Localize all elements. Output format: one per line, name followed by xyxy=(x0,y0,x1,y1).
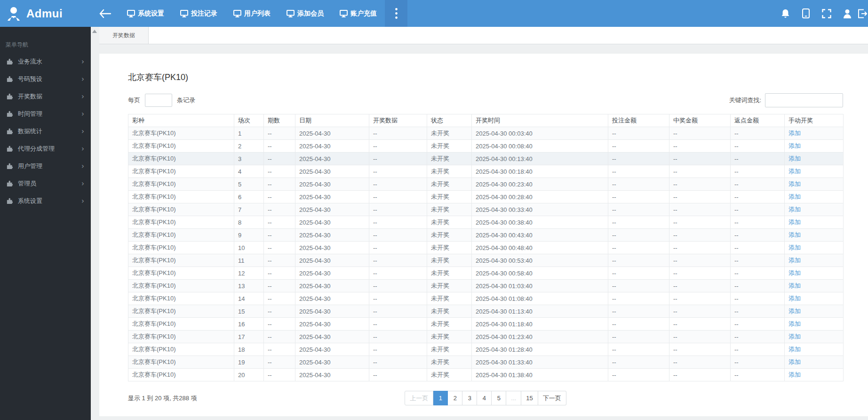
cell-lottery: 北京赛车(PK10) xyxy=(128,127,234,140)
pagination-next-button[interactable]: 下一页 xyxy=(538,391,566,405)
logout-button[interactable] xyxy=(858,0,868,27)
add-draw-link[interactable]: 添加 xyxy=(788,282,801,289)
cell-draw-time: 2025-04-30 01:03:40 xyxy=(472,280,608,292)
sidebar-item-label: 数据统计 xyxy=(18,127,81,136)
tab-bar: 开奖数据 xyxy=(99,27,868,44)
sidebar-item-9[interactable]: 系统设置› xyxy=(0,192,91,210)
cell-status: 未开奖 xyxy=(427,331,472,343)
cell-lottery: 北京赛车(PK10) xyxy=(128,203,234,216)
cell-date: 2025-04-30 xyxy=(295,305,369,318)
cell-draw-time: 2025-04-30 00:03:40 xyxy=(472,127,608,140)
add-draw-link[interactable]: 添加 xyxy=(788,295,801,302)
cell-win-amount: -- xyxy=(669,254,731,267)
nav-item-2[interactable]: 投注记录 xyxy=(172,0,225,27)
cell-status: 未开奖 xyxy=(427,127,472,140)
add-draw-link[interactable]: 添加 xyxy=(788,180,801,187)
add-draw-link[interactable]: 添加 xyxy=(788,231,801,238)
cell-bet-amount: -- xyxy=(608,280,669,292)
arrow-left-icon xyxy=(99,9,111,18)
add-draw-link[interactable]: 添加 xyxy=(788,168,801,175)
profile-button[interactable] xyxy=(837,0,858,27)
cell-win-amount: -- xyxy=(669,153,731,165)
table-row: 北京赛车(PK10)2--2025-04-30--未开奖2025-04-30 0… xyxy=(128,140,844,153)
cell-lottery: 北京赛车(PK10) xyxy=(128,229,234,242)
sidebar-item-1[interactable]: 业务流水› xyxy=(0,53,91,70)
add-draw-link[interactable]: 添加 xyxy=(788,333,801,340)
add-draw-link[interactable]: 添加 xyxy=(788,371,801,378)
sidebar-item-4[interactable]: 时间管理› xyxy=(0,105,91,122)
tablet-icon xyxy=(802,8,810,18)
keyword-search-input[interactable] xyxy=(765,93,843,107)
add-draw-link[interactable]: 添加 xyxy=(788,193,801,200)
add-draw-link[interactable]: 添加 xyxy=(788,244,801,251)
nav-item-1[interactable]: 系统设置 xyxy=(119,0,172,27)
collapse-triangle-icon[interactable] xyxy=(92,30,97,33)
add-draw-link[interactable]: 添加 xyxy=(788,358,801,365)
sidebar-item-5[interactable]: 数据统计› xyxy=(0,122,91,140)
pagination-ellipsis[interactable]: ... xyxy=(506,391,521,405)
sidebar-item-7[interactable]: 用户管理› xyxy=(0,157,91,175)
user-icon xyxy=(843,9,852,18)
content-gap xyxy=(99,44,868,54)
cell-action: 添加 xyxy=(785,229,844,242)
tab-draw-data[interactable]: 开奖数据 xyxy=(99,27,149,44)
add-draw-link[interactable]: 添加 xyxy=(788,307,801,315)
add-draw-link[interactable]: 添加 xyxy=(788,129,801,137)
cell-date: 2025-04-30 xyxy=(295,369,369,381)
cell-session: 1 xyxy=(234,127,264,140)
pagination-page-15[interactable]: 15 xyxy=(521,391,538,405)
cell-date: 2025-04-30 xyxy=(295,280,369,292)
cell-session: 11 xyxy=(234,254,264,267)
back-arrow-button[interactable] xyxy=(91,0,119,27)
chevron-right-icon: › xyxy=(81,179,84,188)
add-draw-link[interactable]: 添加 xyxy=(788,269,801,276)
admui-person-icon xyxy=(6,6,22,22)
column-header-session: 场次 xyxy=(234,114,264,127)
fullscreen-button[interactable] xyxy=(816,0,837,27)
cell-draw-time: 2025-04-30 00:13:40 xyxy=(472,153,608,165)
sidebar-item-label: 号码预设 xyxy=(18,75,81,83)
nav-item-5[interactable]: 账户充值 xyxy=(332,0,385,27)
puzzle-icon xyxy=(6,128,13,135)
add-draw-link[interactable]: 添加 xyxy=(788,320,801,327)
cell-status: 未开奖 xyxy=(427,191,472,203)
cell-draw-time: 2025-04-30 01:18:40 xyxy=(472,318,608,331)
nav-item-3[interactable]: 用户列表 xyxy=(225,0,279,27)
cell-date: 2025-04-30 xyxy=(295,165,369,178)
sidebar-item-3[interactable]: 开奖数据› xyxy=(0,88,91,105)
add-draw-link[interactable]: 添加 xyxy=(788,257,801,264)
pagination-page-2[interactable]: 2 xyxy=(448,391,462,405)
cell-rebate-amount: -- xyxy=(731,280,785,292)
pagination-page-5[interactable]: 5 xyxy=(492,391,506,405)
pagination-page-4[interactable]: 4 xyxy=(477,391,492,405)
keyword-search-label: 关键词查找: xyxy=(729,96,761,105)
chevron-right-icon: › xyxy=(81,110,84,118)
pagination-page-1[interactable]: 1 xyxy=(433,391,448,405)
sidebar-item-6[interactable]: 代理分成管理› xyxy=(0,140,91,157)
notifications-button[interactable] xyxy=(775,0,796,27)
pagination-prev-button[interactable]: 上一页 xyxy=(405,391,433,405)
mobile-view-button[interactable] xyxy=(796,0,816,27)
brand-logo[interactable]: Admui xyxy=(0,0,91,27)
sidebar-item-8[interactable]: 管理员› xyxy=(0,175,91,192)
cell-status: 未开奖 xyxy=(427,343,472,356)
nav-item-4[interactable]: 添加会员 xyxy=(279,0,332,27)
sidebar-item-2[interactable]: 号码预设› xyxy=(0,70,91,88)
cell-rebate-amount: -- xyxy=(731,331,785,343)
chevron-right-icon: › xyxy=(81,162,84,170)
add-draw-link[interactable]: 添加 xyxy=(788,206,801,213)
add-draw-link[interactable]: 添加 xyxy=(788,155,801,162)
cell-date: 2025-04-30 xyxy=(295,191,369,203)
add-draw-link[interactable]: 添加 xyxy=(788,346,801,353)
cell-date: 2025-04-30 xyxy=(295,343,369,356)
pagination-page-3[interactable]: 3 xyxy=(462,391,477,405)
cell-date: 2025-04-30 xyxy=(295,203,369,216)
per-page-input[interactable] xyxy=(145,94,172,107)
cell-issue: -- xyxy=(264,242,295,254)
more-menu-button[interactable] xyxy=(385,0,407,27)
add-draw-link[interactable]: 添加 xyxy=(788,142,801,149)
add-draw-link[interactable]: 添加 xyxy=(788,218,801,226)
cell-draw-data: -- xyxy=(369,267,427,280)
cell-action: 添加 xyxy=(785,153,844,165)
cell-action: 添加 xyxy=(785,267,844,280)
